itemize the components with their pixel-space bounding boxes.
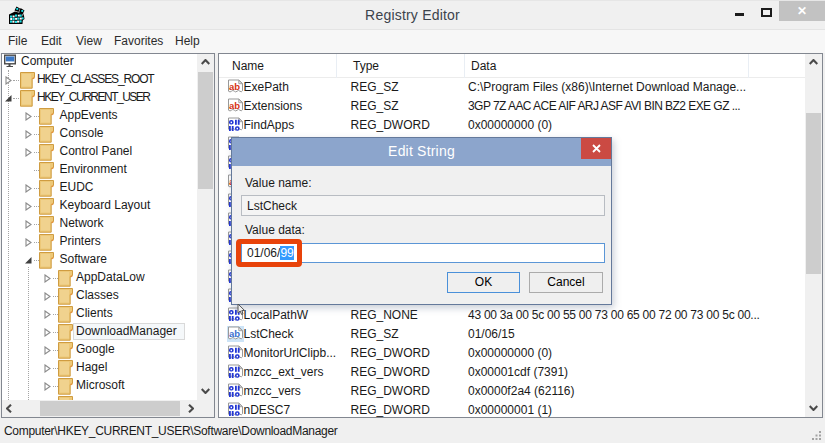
svg-text:ab: ab [229,81,240,92]
svg-text:ab: ab [229,100,240,111]
svg-text:ab: ab [229,328,240,339]
